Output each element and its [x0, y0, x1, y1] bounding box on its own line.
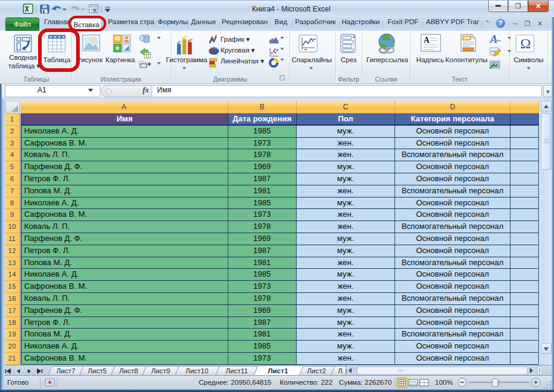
svg-text:Лист10: Лист10 — [185, 367, 208, 374]
svg-text:A: A — [424, 36, 430, 45]
svg-text:Лист2: Лист2 — [307, 367, 326, 374]
svg-text:Л: Л — [338, 367, 343, 374]
svg-text:Лист8: Лист8 — [119, 367, 138, 374]
svg-text:А: А — [489, 33, 498, 45]
svg-text:Лист5: Лист5 — [88, 367, 106, 374]
svg-text:Лист7: Лист7 — [56, 367, 75, 374]
svg-text:Ω: Ω — [520, 36, 531, 51]
svg-text:Лист11: Лист11 — [226, 367, 248, 374]
svg-text:Лист9: Лист9 — [151, 367, 170, 374]
svg-text:Лист1: Лист1 — [268, 367, 288, 374]
